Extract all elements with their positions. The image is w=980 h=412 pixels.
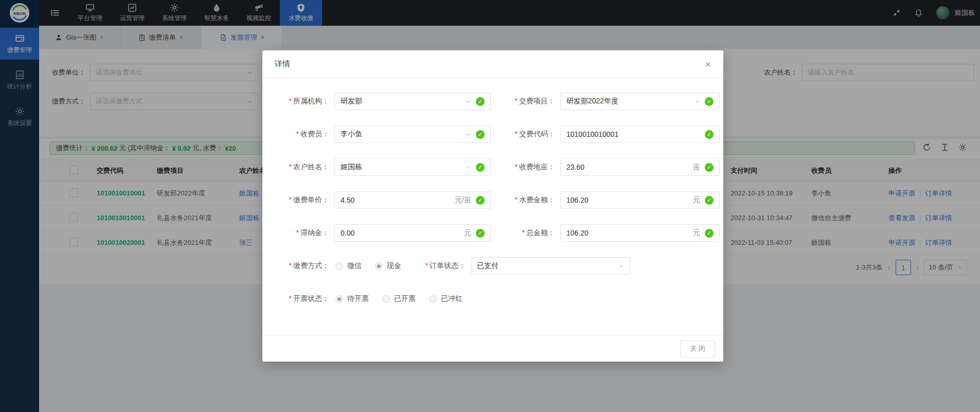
field-value: 李小鱼 <box>341 130 362 139</box>
field-value: 已支付 <box>477 261 498 271</box>
radio-label: 待开票 <box>347 294 369 303</box>
field-late-fee: *滞纳金：0.00元✓ <box>262 224 491 242</box>
modal-form: *所属机构：研发部✓*交费项目：研发部2022年度✓*收费员：李小鱼✓*交费代码… <box>262 78 723 335</box>
modal-form-row: *缴费方式：微信现金*订单状态：已支付 <box>262 249 723 282</box>
unit-suffix: 元 <box>693 228 700 238</box>
app-screen: RIEON 平台管理运营管理系统管理智慧水务视频监控水费收缴 <box>0 0 980 412</box>
field-value: 106.20 <box>566 196 589 204</box>
chevron-down-icon <box>694 99 700 104</box>
field-unit-price: *缴费单价：4.50元/亩✓ <box>262 191 491 209</box>
required-asterisk: * <box>425 261 428 270</box>
unit-suffix: 元/亩 <box>455 195 471 205</box>
radio-selected-icon <box>335 295 343 303</box>
close-icon[interactable]: × <box>705 59 711 69</box>
field-code: *交费代码：1010010010001✓ <box>491 126 720 143</box>
field-label-late-fee: *滞纳金： <box>262 228 329 238</box>
field-value: 106.20 <box>566 229 589 237</box>
field-collector: *收费员：李小鱼✓ <box>262 126 491 143</box>
radio-icon <box>335 262 343 270</box>
radio-label: 已冲红 <box>441 294 462 303</box>
field-label-org: *所属机构： <box>262 97 329 106</box>
radio-label: 微信 <box>347 261 362 271</box>
required-asterisk: * <box>515 195 518 204</box>
field-label-project: *交费项目： <box>491 97 555 106</box>
radio-group-invoice-status: 待开票已开票已冲红 <box>335 294 462 303</box>
radio-option-pay-method[interactable]: 微信 <box>335 261 362 271</box>
field-farmer: *农户姓名：姬国栋✓ <box>262 158 491 176</box>
field-input-total[interactable]: 106.20元✓ <box>560 224 720 242</box>
field-label-total: *总金额： <box>491 228 555 238</box>
field-water-amount: *水费金额：106.20元✓ <box>491 191 720 209</box>
field-label-water-amount: *水费金额： <box>491 195 555 205</box>
radio-label: 现金 <box>387 261 401 271</box>
modal-form-row: *所属机构：研发部✓*交费项目：研发部2022年度✓ <box>262 85 723 118</box>
field-input-unit-price[interactable]: 4.50元/亩✓ <box>334 191 491 209</box>
field-input-order-status[interactable]: 已支付 <box>471 257 630 275</box>
field-label-pay-method: *缴费方式： <box>262 261 329 271</box>
radio-icon <box>429 295 437 303</box>
radio-dot <box>377 264 381 268</box>
radio-option-pay-method[interactable]: 现金 <box>375 261 401 271</box>
required-asterisk: * <box>289 294 292 302</box>
field-input-late-fee[interactable]: 0.00元✓ <box>334 224 491 242</box>
field-input-area[interactable]: 23.60亩✓ <box>560 158 720 176</box>
field-label-farmer: *农户姓名： <box>262 163 329 172</box>
field-label-order-status: *订单状态： <box>401 261 466 271</box>
field-value: 研发部2022年度 <box>566 97 618 106</box>
required-asterisk: * <box>289 163 292 171</box>
field-input-collector[interactable]: 李小鱼✓ <box>334 126 491 143</box>
chevron-down-icon <box>618 263 624 269</box>
field-value: 4.50 <box>341 196 354 204</box>
required-asterisk: * <box>522 228 525 237</box>
field-org: *所属机构：研发部✓ <box>262 93 491 110</box>
field-value: 0.00 <box>341 229 354 237</box>
field-input-code[interactable]: 1010010010001✓ <box>560 126 720 143</box>
unit-suffix: 元 <box>693 195 700 205</box>
field-value: 研发部 <box>341 97 362 106</box>
field-label-code: *交费代码： <box>491 130 555 139</box>
field-input-water-amount[interactable]: 106.20元✓ <box>560 191 720 209</box>
field-input-project[interactable]: 研发部2022年度✓ <box>560 93 720 110</box>
field-input-farmer[interactable]: 姬国栋✓ <box>334 158 491 176</box>
modal-title: 详情 <box>275 59 290 69</box>
required-asterisk: * <box>289 97 292 105</box>
radio-selected-icon <box>375 262 383 270</box>
valid-check-icon: ✓ <box>476 130 485 139</box>
valid-check-icon: ✓ <box>476 97 485 106</box>
close-button[interactable]: 关 闭 <box>680 340 715 357</box>
unit-suffix: 亩 <box>693 163 700 172</box>
radio-option-invoice-status[interactable]: 已开票 <box>382 294 416 303</box>
radio-dot <box>337 297 341 301</box>
modal-form-row: *开票状态：待开票已开票已冲红 <box>262 282 723 315</box>
radio-icon <box>382 295 390 303</box>
modal-header: 详情 × <box>262 50 723 78</box>
radio-label: 已开票 <box>394 294 416 303</box>
radio-option-invoice-status[interactable]: 已冲红 <box>429 294 462 303</box>
required-asterisk: * <box>296 228 299 237</box>
field-value: 姬国栋 <box>341 163 362 172</box>
modal-form-row: *缴费单价：4.50元/亩✓*水费金额：106.20元✓ <box>262 184 723 217</box>
field-input-org[interactable]: 研发部✓ <box>334 93 491 110</box>
unit-suffix: 元 <box>464 228 471 238</box>
valid-check-icon: ✓ <box>705 130 714 139</box>
radio-group-pay-method: 微信现金 <box>335 261 401 271</box>
field-label-area: *收费地亩： <box>491 163 555 172</box>
required-asterisk: * <box>515 163 518 171</box>
chevron-down-icon <box>466 132 471 137</box>
field-total: *总金额：106.20元✓ <box>491 224 720 242</box>
valid-check-icon: ✓ <box>705 97 714 106</box>
valid-check-icon: ✓ <box>705 229 714 238</box>
field-label-invoice-status: *开票状态： <box>262 294 329 303</box>
modal-form-row: *农户姓名：姬国栋✓*收费地亩：23.60亩✓ <box>262 151 723 184</box>
required-asterisk: * <box>289 195 292 204</box>
field-value: 23.60 <box>566 163 584 171</box>
field-label-unit-price: *缴费单价： <box>262 195 329 205</box>
modal-form-row: *滞纳金：0.00元✓*总金额：106.20元✓ <box>262 217 723 249</box>
field-pay-method: *缴费方式：微信现金 <box>262 261 401 271</box>
field-invoice-status: *开票状态：待开票已开票已冲红 <box>262 294 462 303</box>
modal-form-row: *收费员：李小鱼✓*交费代码：1010010010001✓ <box>262 118 723 151</box>
radio-option-invoice-status[interactable]: 待开票 <box>335 294 369 303</box>
field-value: 1010010010001 <box>566 130 618 138</box>
required-asterisk: * <box>515 130 518 138</box>
field-project: *交费项目：研发部2022年度✓ <box>491 93 720 110</box>
